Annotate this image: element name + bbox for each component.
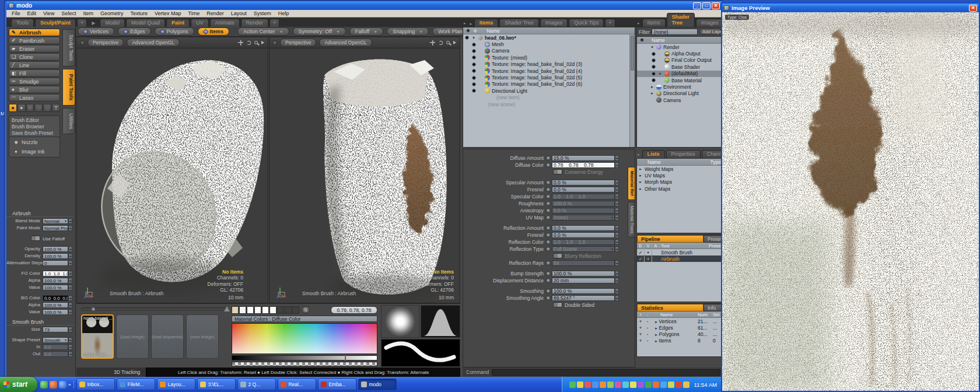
property-value[interactable]: Use Falloff <box>30 236 66 242</box>
property-value[interactable]: 100.0 % <box>43 253 68 259</box>
image-thumbnail[interactable]: head_bake_fi ... 2048 x 2048, ... <box>81 314 114 359</box>
envelope-knob-icon[interactable] <box>546 156 551 160</box>
image-thumbnail[interactable]: (load image) <box>116 314 149 359</box>
start-button[interactable]: start <box>0 377 37 392</box>
collapse-minus-icon[interactable]: - <box>644 338 651 344</box>
tray-icon[interactable] <box>660 382 667 388</box>
toolbar-dropdown[interactable]: Snapping▼ <box>387 27 429 36</box>
menu-item[interactable]: Render <box>204 10 227 16</box>
statistics-row[interactable]: + - ► Polygons 40... ... <box>637 331 723 337</box>
viewport-layout-tab[interactable]: Animate <box>210 19 240 27</box>
stepper-buttons[interactable]: ◂▸ <box>68 285 72 290</box>
viewport-left[interactable]: Perspective Advanced OpenGL No Items Cha… <box>76 37 268 303</box>
tray-icon[interactable] <box>630 382 636 388</box>
maximize-button[interactable]: □ <box>702 2 710 9</box>
color-swatch[interactable] <box>247 306 254 314</box>
panel-tab[interactable]: Lists <box>642 150 665 158</box>
brush-tip-star[interactable]: ✩ <box>34 104 43 112</box>
material-section-tab[interactable]: Material Trans <box>628 202 635 238</box>
envelope-knob-icon[interactable] <box>546 194 551 199</box>
stepper-buttons[interactable]: ◂▸ <box>615 208 619 214</box>
swatch-save-button[interactable]: S <box>302 306 310 314</box>
stepper-buttons[interactable]: ◂▸ <box>615 194 619 200</box>
expand-plus-icon[interactable]: + <box>637 318 644 324</box>
envelope-knob-icon[interactable] <box>546 233 551 237</box>
tree-twirl-icon[interactable]: ► <box>638 180 643 184</box>
rotate-icon[interactable] <box>247 41 251 45</box>
tool-button[interactable]: ◠ Lasso <box>9 94 60 102</box>
layout-tab[interactable]: Tools <box>11 19 34 27</box>
tray-icon[interactable] <box>638 382 644 388</box>
stepper-buttons[interactable]: ◂▸ <box>68 246 72 252</box>
viewport-shading-button[interactable]: Advanced OpenGL <box>127 38 179 47</box>
property-value[interactable]: Full Scene <box>552 246 615 252</box>
viewport-layout-tab[interactable]: Model Quad <box>126 19 165 27</box>
property-value[interactable]: Blurry Reflection <box>552 253 615 259</box>
property-value[interactable]: 100.0 % <box>43 302 68 308</box>
visibility-eye-icon[interactable] <box>651 51 656 57</box>
menu-item[interactable]: Time <box>185 10 202 16</box>
stepper-buttons[interactable]: ◂▸ <box>615 187 619 192</box>
property-value[interactable]: 0.78 0.78 0.78 <box>552 162 615 168</box>
property-value[interactable]: Smooth <box>43 337 68 343</box>
hue-saturation-gradient[interactable] <box>232 323 377 354</box>
visibility-eye-icon[interactable] <box>471 42 477 47</box>
image-preview-window[interactable]: Image Preview ✕ Type: Clos ◀ <box>721 2 980 392</box>
viewport-layout-tab[interactable]: Paint <box>166 19 190 27</box>
item-row[interactable]: ▼ head_06.lwo* <box>463 34 635 41</box>
image-preview-titlebar[interactable]: Image Preview ✕ <box>722 4 979 12</box>
alpha-checker-strip[interactable] <box>232 362 377 366</box>
panel-tab[interactable]: Images <box>696 19 724 27</box>
shader-layer-row[interactable]: Camera <box>637 97 723 103</box>
pan-icon[interactable] <box>238 40 243 46</box>
color-swatch-empty[interactable] <box>285 306 292 314</box>
tree-twirl-icon[interactable]: ► <box>650 92 654 95</box>
collapse-minus-icon[interactable]: - <box>644 331 651 337</box>
tool-button[interactable]: ● Blur <box>9 86 60 93</box>
item-row[interactable]: Mesh <box>463 41 635 47</box>
stepper-buttons[interactable]: ◂▸ <box>68 278 72 284</box>
color-swatch[interactable] <box>232 306 239 314</box>
brush-link[interactable]: Save Brush Preset <box>12 130 57 136</box>
stepper-buttons[interactable]: ◂▸ <box>615 260 619 266</box>
brush-link[interactable]: Brush Browser <box>12 124 57 130</box>
tree-twirl-icon[interactable]: ► <box>654 333 659 337</box>
envelope-knob-icon[interactable] <box>546 208 551 213</box>
sidebar-vertical-tab[interactable]: Sculpt Tools <box>62 29 75 66</box>
stepper-buttons[interactable]: ◂▸ <box>615 201 619 206</box>
tree-twirl-icon[interactable]: ► <box>638 167 643 171</box>
brush-tip-image[interactable]: ▱ <box>43 104 51 112</box>
shader-layer-row[interactable]: Base Material <box>637 77 723 83</box>
item-row[interactable]: (new item) <box>463 94 635 101</box>
tree-twirl-icon[interactable]: ► <box>658 72 663 75</box>
selection-mode-button[interactable]: Vertices <box>78 27 114 36</box>
property-value[interactable]: 73 <box>43 327 68 332</box>
stepper-buttons[interactable]: ◂▸ <box>68 309 72 315</box>
property-value[interactable]: 0 <box>43 260 68 266</box>
color-swatch-empty[interactable] <box>292 306 299 314</box>
shader-layer-row[interactable]: ► Environment <box>637 83 723 90</box>
tool-button[interactable]: ✎ Airbrush <box>9 29 60 36</box>
tool-button[interactable]: ╱ Line <box>9 61 60 69</box>
color-swatch[interactable] <box>262 306 269 314</box>
stepper-buttons[interactable]: ◂▸ <box>68 253 72 259</box>
property-value[interactable]: Normal Proj ... <box>43 225 68 231</box>
viewport-projection-button[interactable]: Perspective <box>280 38 316 47</box>
panel-tab[interactable]: Items <box>642 19 666 27</box>
stepper-buttons[interactable]: ◂▸ <box>615 246 619 252</box>
property-value[interactable]: 1.0 1.0 1.0 <box>552 194 615 200</box>
color-swatch[interactable] <box>239 306 246 314</box>
property-value[interactable]: 100.0 % <box>552 271 615 276</box>
stepper-buttons[interactable]: ◂▸ <box>615 239 619 245</box>
viewport-shading-button[interactable]: Advanced OpenGL <box>319 38 372 47</box>
tray-icon[interactable] <box>600 382 606 388</box>
viewport-layout-tab[interactable]: Render <box>241 19 269 27</box>
image-preview-canvas[interactable]: Type: Clos ◀ <box>722 12 979 391</box>
tool-button[interactable]: ❏ Clone <box>9 53 60 61</box>
item-row[interactable]: Texture: Image: head_bake_final_02d (5) <box>463 74 635 80</box>
property-value[interactable]: Conserve Energy <box>552 169 615 175</box>
visibility-eye-icon[interactable] <box>471 82 477 87</box>
tray-icon[interactable] <box>607 382 614 388</box>
envelope-knob-icon[interactable] <box>546 180 551 185</box>
preview-close-button[interactable]: ✕ <box>969 5 977 12</box>
